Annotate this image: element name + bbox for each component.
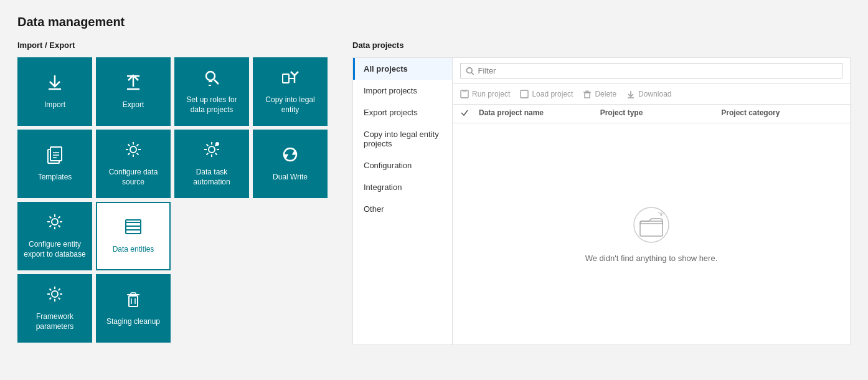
import-export-title: Import / Export: [17, 40, 328, 50]
tile-set-up-roles-label: Set up roles for data projects: [179, 95, 244, 115]
gear-circle-icon: [202, 140, 221, 161]
download-icon: [45, 73, 64, 94]
dp-empty-state: We didn't find anything to show here.: [453, 123, 850, 344]
dp-table-header: Data project name Project type Project c…: [453, 105, 850, 123]
svg-rect-36: [585, 93, 590, 98]
svg-point-20: [52, 219, 58, 225]
tile-dual-write[interactable]: Dual Write: [253, 130, 328, 198]
sidebar-item-integration[interactable]: Integration: [353, 176, 452, 198]
list-lines-icon: [124, 217, 143, 239]
filter-search-icon: [466, 67, 474, 75]
page-title: Data management: [17, 15, 851, 29]
dp-filter-bar: [453, 58, 850, 84]
tile-configure-entity-export-label: Configure entity export to database: [22, 240, 87, 259]
gear-fw-icon: [45, 285, 64, 306]
svg-point-25: [52, 291, 58, 297]
tile-data-entities[interactable]: Data entities: [96, 202, 171, 270]
tile-staging-cleanup[interactable]: Staging cleanup: [96, 274, 171, 343]
load-project-icon: [520, 90, 529, 98]
tile-export-label: Export: [123, 100, 144, 110]
gear-lines-icon: [124, 140, 143, 161]
dp-toolbar: Run project Load project: [453, 84, 850, 105]
svg-rect-35: [521, 90, 528, 98]
dp-content: Run project Load project: [453, 58, 850, 344]
dp-filter-input-wrap[interactable]: [460, 63, 842, 78]
empty-message: We didn't find anything to show here.: [585, 254, 718, 263]
svg-point-17: [130, 146, 136, 153]
svg-rect-38: [586, 91, 588, 92]
svg-rect-26: [129, 296, 138, 306]
tile-templates[interactable]: Templates: [17, 130, 92, 198]
svg-line-32: [471, 72, 473, 74]
svg-rect-13: [50, 147, 62, 161]
svg-point-43: [661, 214, 663, 216]
svg-rect-9: [283, 74, 289, 83]
tile-copy-legal-label: Copy into legal entity: [258, 95, 323, 115]
tile-framework-parameters[interactable]: Framework parameters: [17, 274, 92, 343]
tile-templates-label: Templates: [38, 173, 72, 183]
data-projects-title: Data projects: [352, 40, 851, 50]
tile-import[interactable]: Import: [17, 57, 92, 126]
dp-sidebar: All projects Import projects Export proj…: [353, 58, 453, 344]
data-projects-container: All projects Import projects Export proj…: [352, 57, 851, 345]
trash-icon: [124, 290, 143, 311]
svg-point-45: [658, 212, 659, 213]
empty-icon: [631, 205, 671, 245]
delete-icon: [583, 90, 592, 98]
delete-button[interactable]: Delete: [583, 88, 616, 100]
import-export-panel: Import / Export Import: [17, 40, 328, 343]
svg-point-44: [663, 212, 664, 213]
refresh-icon: [281, 145, 300, 166]
main-layout: Import / Export Import: [17, 40, 851, 345]
tile-export[interactable]: Export: [96, 57, 171, 126]
tile-staging-cleanup-label: Staging cleanup: [106, 317, 160, 327]
page-container: Data management Import / Export: [0, 0, 868, 380]
tile-configure-data-source[interactable]: Configure data source: [96, 130, 171, 198]
table-header-check: [460, 108, 479, 119]
sidebar-item-all-projects[interactable]: All projects: [353, 58, 452, 80]
filter-input[interactable]: [478, 66, 837, 75]
svg-rect-28: [131, 293, 136, 295]
data-projects-panel: Data projects All projects Import projec…: [352, 40, 851, 345]
tile-configure-data-source-label: Configure data source: [101, 168, 166, 187]
svg-point-19: [215, 142, 219, 146]
sidebar-item-copy-legal-entity[interactable]: Copy into legal entity projects: [353, 123, 452, 154]
sidebar-item-export-projects[interactable]: Export projects: [353, 102, 452, 123]
tile-grid: Import Export: [17, 57, 328, 343]
download-button[interactable]: Download: [626, 88, 671, 100]
download-btn-icon: [626, 90, 635, 98]
tile-set-up-roles[interactable]: Set up roles for data projects: [174, 57, 249, 126]
run-project-icon: [460, 90, 469, 98]
svg-point-31: [466, 67, 472, 73]
table-header-category: Project category: [721, 108, 842, 119]
tile-data-task-automation[interactable]: Data task automation: [174, 130, 249, 198]
svg-line-6: [214, 80, 219, 84]
svg-point-5: [206, 72, 215, 80]
upload-icon: [124, 73, 143, 94]
table-header-type: Project type: [600, 108, 722, 119]
load-project-button[interactable]: Load project: [520, 88, 573, 100]
table-header-name: Data project name: [479, 108, 600, 119]
search-settings-icon: [202, 68, 221, 89]
gear-db-icon: [45, 212, 64, 234]
sidebar-item-configuration[interactable]: Configuration: [353, 154, 452, 176]
tile-dual-write-label: Dual Write: [273, 173, 308, 183]
tile-framework-parameters-label: Framework parameters: [22, 312, 87, 331]
copy-doc-icon: [45, 145, 64, 166]
sidebar-item-other[interactable]: Other: [353, 198, 452, 220]
svg-point-18: [209, 146, 215, 153]
dp-inner: All projects Import projects Export proj…: [353, 58, 850, 344]
tile-copy-legal[interactable]: Copy into legal entity: [253, 57, 328, 126]
tile-import-label: Import: [44, 100, 65, 110]
share-icon: [281, 68, 300, 89]
sidebar-item-import-projects[interactable]: Import projects: [353, 80, 452, 102]
tile-data-entities-label: Data entities: [113, 245, 154, 255]
tile-data-task-automation-label: Data task automation: [179, 168, 244, 187]
run-project-button[interactable]: Run project: [460, 88, 510, 100]
tile-configure-entity-export[interactable]: Configure entity export to database: [17, 202, 92, 270]
